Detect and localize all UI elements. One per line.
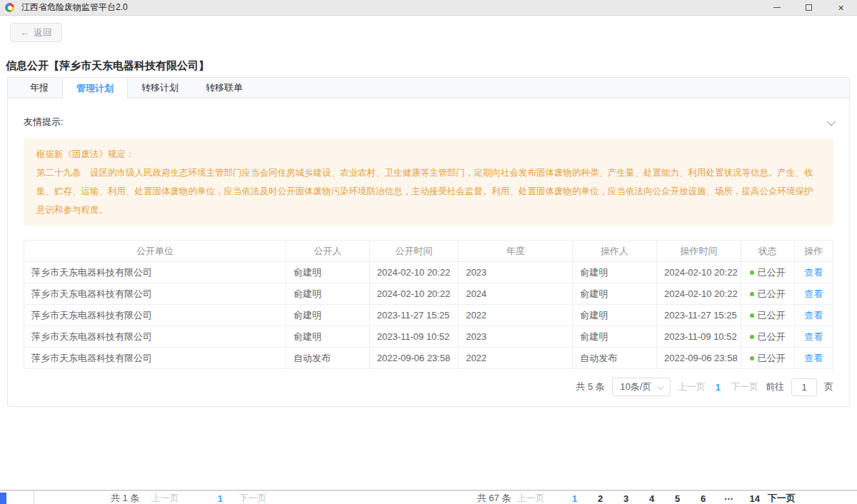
- cell-operator: 俞建明: [573, 326, 657, 348]
- goto-page-input[interactable]: [791, 378, 817, 396]
- bottom-left-blue-fragment: [0, 493, 6, 504]
- window-title: 江西省危险废物监管平台2.0: [21, 1, 761, 14]
- cell-year: 2023: [458, 326, 573, 348]
- col-header-publish-time: 公开时间: [369, 241, 458, 262]
- cell-publisher: 自动发布: [286, 348, 370, 369]
- close-button[interactable]: ×: [825, 0, 857, 15]
- bottom-right-pagination: 共 67 条 上一页 1 2 3 4 5 6 ··· 14 下一页: [477, 492, 796, 504]
- cell-operator: 俞建明: [573, 262, 657, 283]
- col-header-operator: 操作人: [573, 241, 657, 262]
- cell-operate-time: 2023-11-09 10:52: [656, 326, 741, 348]
- chevron-down-icon[interactable]: [827, 116, 836, 126]
- cell-publisher: 俞建明: [286, 283, 370, 305]
- table-pagination: 共 5 条 10条/页 上一页 1 下一页 前往 页: [24, 378, 833, 396]
- cell-unit: 萍乡市天东电器科技有限公司: [24, 348, 286, 369]
- view-link[interactable]: 查看: [804, 310, 823, 321]
- cell-operate-time: 2024-02-10 20:22: [656, 283, 741, 305]
- page-number[interactable]: 4: [639, 493, 665, 504]
- view-link[interactable]: 查看: [804, 267, 823, 278]
- cell-publisher: 俞建明: [286, 262, 370, 283]
- cell-publish-time: 2023-11-27 15:25: [369, 305, 458, 326]
- content-card: 年报 管理计划 转移计划 转移联单 友情提示: 根据新《固废法》规定： 第二十九…: [7, 77, 850, 407]
- current-page[interactable]: 1: [713, 382, 723, 393]
- page-number[interactable]: 1: [562, 493, 588, 504]
- back-button-label: 返回: [34, 26, 52, 39]
- tab-transfer-manifest[interactable]: 转移联单: [192, 78, 256, 98]
- col-header-publisher: 公开人: [286, 241, 370, 262]
- window-titlebar: 江西省危险废物监管平台2.0 ×: [0, 0, 857, 16]
- page-number[interactable]: 5: [665, 493, 691, 504]
- status-dot-icon: [750, 335, 754, 339]
- next-page-button[interactable]: 下一页: [768, 492, 796, 504]
- cell-operator: 俞建明: [573, 283, 657, 305]
- cell-unit: 萍乡市天东电器科技有限公司: [24, 283, 286, 305]
- page-number[interactable]: 3: [613, 493, 639, 504]
- cell-publish-time: 2022-09-06 23:58: [369, 348, 458, 369]
- next-page-button[interactable]: 下一页: [239, 492, 266, 504]
- page-number-last[interactable]: 14: [742, 493, 768, 504]
- status-badge: 已公开: [750, 288, 786, 301]
- col-header-status: 状态: [741, 241, 794, 262]
- cell-operate-time: 2022-09-06 23:58: [656, 348, 741, 369]
- maximize-icon: [806, 4, 812, 11]
- tabs-header: 年报 管理计划 转移计划 转移联单: [8, 78, 849, 99]
- page-number[interactable]: 2: [588, 493, 613, 504]
- status-badge: 已公开: [750, 266, 786, 279]
- chevron-down-icon: [657, 383, 664, 390]
- tab-annual-report[interactable]: 年报: [16, 78, 62, 98]
- page-size-select[interactable]: 10条/页: [612, 378, 671, 396]
- page-title: 信息公开【萍乡市天东电器科技有限公司】: [6, 59, 857, 73]
- goto-label: 前往: [766, 380, 784, 393]
- back-arrow-icon: ←: [20, 27, 29, 38]
- current-page[interactable]: 1: [207, 493, 233, 504]
- tips-label: 友情提示:: [24, 116, 64, 128]
- table-row: 萍乡市天东电器科技有限公司 俞建明 2024-02-10 20:22 2024 …: [24, 283, 833, 305]
- notice-line1: 根据新《固废法》规定：: [36, 145, 821, 163]
- cell-year: 2022: [458, 305, 573, 326]
- view-link[interactable]: 查看: [804, 288, 823, 299]
- table-row: 萍乡市天东电器科技有限公司 俞建明 2023-11-09 10:52 2023 …: [24, 326, 833, 348]
- col-header-action: 操作: [794, 241, 833, 262]
- maximize-button[interactable]: [793, 0, 825, 15]
- view-link[interactable]: 查看: [804, 331, 823, 342]
- status-badge: 已公开: [750, 309, 786, 322]
- next-page-button[interactable]: 下一页: [731, 380, 758, 393]
- notice-alert: 根据新《固废法》规定： 第二十九条 设区的市级人民政府生态环境主管部门应当会同住…: [24, 138, 833, 226]
- cell-operate-time: 2023-11-27 15:25: [656, 305, 741, 326]
- close-icon: ×: [838, 3, 843, 13]
- status-badge: 已公开: [750, 331, 786, 343]
- prev-page-button[interactable]: 上一页: [517, 492, 545, 504]
- back-button[interactable]: ← 返回: [10, 23, 62, 42]
- cell-publish-time: 2024-02-10 20:22: [369, 283, 458, 305]
- notice-line2: 第二十九条 设区的市级人民政府生态环境主管部门应当会同住房城乡建设、农业农村、卫…: [36, 163, 821, 219]
- cell-publisher: 俞建明: [286, 305, 370, 326]
- col-header-operate-time: 操作时间: [656, 241, 741, 262]
- status-dot-icon: [750, 313, 754, 318]
- page-number[interactable]: 6: [691, 493, 716, 504]
- minimize-button[interactable]: [761, 0, 793, 15]
- cell-operate-time: 2024-02-10 20:22: [656, 262, 741, 283]
- pagination-total: 共 5 条: [576, 380, 604, 393]
- cell-publish-time: 2024-02-10 20:22: [369, 262, 458, 283]
- tab-management-plan[interactable]: 管理计划: [62, 78, 128, 99]
- cell-operator: 自动发布: [573, 348, 657, 369]
- minimize-icon: [773, 7, 781, 8]
- view-link[interactable]: 查看: [804, 353, 823, 363]
- cell-year: 2024: [458, 283, 573, 305]
- disclosure-table: 公开单位 公开人 公开时间 年度 操作人 操作时间 状态 操作 萍乡市天东电器科…: [24, 240, 833, 369]
- status-badge: 已公开: [750, 352, 786, 365]
- tab-transfer-plan[interactable]: 转移计划: [128, 78, 192, 98]
- cell-unit: 萍乡市天东电器科技有限公司: [24, 262, 286, 283]
- status-dot-icon: [750, 292, 754, 296]
- ellipsis-more-icon[interactable]: ···: [716, 493, 742, 504]
- bottom-vertical-line: [34, 491, 34, 504]
- status-dot-icon: [750, 271, 754, 275]
- pagination-total: 共 1 条: [111, 492, 139, 504]
- prev-page-button[interactable]: 上一页: [678, 380, 706, 393]
- prev-page-button[interactable]: 上一页: [151, 492, 179, 504]
- page-size-value: 10条/页: [620, 380, 651, 393]
- table-row: 萍乡市天东电器科技有限公司 自动发布 2022-09-06 23:58 2022…: [24, 348, 833, 369]
- table-row: 萍乡市天东电器科技有限公司 俞建明 2024-02-10 20:22 2023 …: [24, 262, 833, 283]
- status-dot-icon: [750, 356, 754, 361]
- app-logo-icon: [5, 3, 14, 12]
